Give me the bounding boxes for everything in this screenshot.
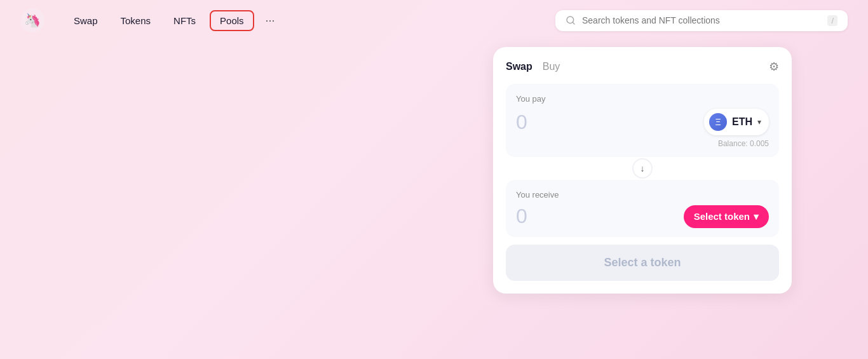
nav-links: Swap Tokens NFTs Pools ··· [65, 10, 555, 31]
nav-item-swap[interactable]: Swap [65, 11, 107, 30]
swap-card-header: Swap Buy ⚙ [506, 60, 779, 74]
eth-token-name: ETH [732, 116, 752, 128]
settings-button[interactable]: ⚙ [769, 60, 779, 74]
tab-swap[interactable]: Swap [506, 61, 532, 72]
nav-item-pools[interactable]: Pools [210, 10, 254, 31]
select-token-label: Select token [694, 211, 750, 222]
you-pay-label: You pay [516, 94, 769, 104]
swap-direction-button[interactable]: ↓ [632, 158, 653, 179]
search-input[interactable] [582, 15, 821, 25]
select-token-button[interactable]: Select token ▾ [684, 205, 769, 228]
swap-arrow-wrapper: ↓ [506, 159, 779, 177]
eth-icon: Ξ [709, 113, 727, 131]
main-content: Swap Buy ⚙ You pay 0 Ξ ETH ▾ Balance: 0.… [0, 41, 868, 294]
uniswap-logo-icon: 🦄 [20, 8, 44, 32]
nav-more-button[interactable]: ··· [259, 10, 281, 31]
svg-text:🦄: 🦄 [24, 12, 41, 29]
eth-balance: Balance: 0.005 [516, 139, 769, 148]
nav-item-tokens[interactable]: Tokens [112, 11, 160, 30]
search-bar: / [555, 10, 848, 31]
nav-item-nfts[interactable]: NFTs [165, 11, 205, 30]
eth-symbol-icon: Ξ [715, 117, 721, 127]
tab-buy[interactable]: Buy [543, 61, 560, 72]
you-pay-row: 0 Ξ ETH ▾ [516, 109, 769, 135]
you-receive-amount: 0 [516, 205, 527, 228]
you-receive-row: 0 Select token ▾ [516, 205, 769, 228]
cta-select-token-button[interactable]: Select a token [506, 245, 779, 281]
select-token-chevron-icon: ▾ [754, 211, 759, 222]
navbar: 🦄 Swap Tokens NFTs Pools ··· / [0, 0, 868, 41]
svg-line-3 [573, 22, 574, 24]
logo-wrapper: 🦄 [20, 8, 44, 32]
you-receive-box: You receive 0 Select token ▾ [506, 180, 779, 237]
you-receive-label: You receive [516, 190, 769, 200]
search-shortcut: / [827, 15, 837, 26]
eth-token-selector[interactable]: Ξ ETH ▾ [704, 109, 769, 135]
you-pay-amount: 0 [516, 111, 527, 134]
search-icon [566, 15, 576, 25]
you-pay-box: You pay 0 Ξ ETH ▾ Balance: 0.005 [506, 84, 779, 157]
swap-tabs: Swap Buy [506, 61, 560, 72]
eth-chevron-icon: ▾ [757, 118, 761, 126]
swap-card: Swap Buy ⚙ You pay 0 Ξ ETH ▾ Balance: 0.… [493, 47, 792, 294]
